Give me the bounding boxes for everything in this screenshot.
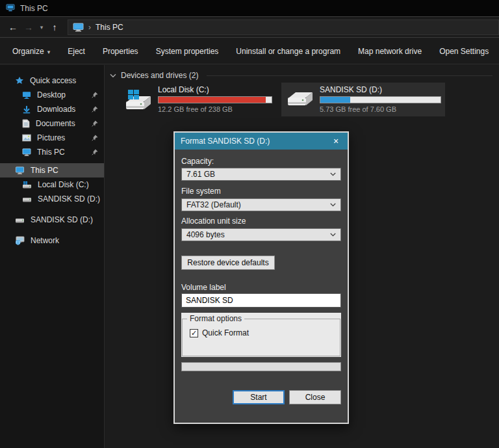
allocation-label: Allocation unit size bbox=[181, 217, 246, 226]
forward-button[interactable]: → bbox=[21, 22, 36, 33]
drive-c-icon bbox=[22, 181, 32, 189]
sidebar-item-local-disk-c[interactable]: Local Disk (C:) bbox=[0, 178, 104, 192]
sidebar-item-pictures[interactable]: Pictures bbox=[0, 131, 104, 145]
format-options-label: Format options bbox=[187, 314, 244, 323]
system-properties-button[interactable]: System properties bbox=[156, 47, 219, 56]
filesystem-label: File system bbox=[181, 187, 221, 196]
drive-free-space: 12.2 GB free of 238 GB bbox=[158, 105, 272, 113]
sidebar-item-desktop[interactable]: Desktop bbox=[0, 88, 104, 102]
chevron-down-icon bbox=[330, 233, 336, 237]
breadcrumb-separator: › bbox=[88, 23, 91, 32]
pin-icon bbox=[92, 106, 98, 112]
monitor-icon bbox=[22, 148, 31, 157]
pin-icon bbox=[92, 92, 98, 98]
sidebar-item-sandisk-sd[interactable]: SANDISK SD (D:) bbox=[0, 213, 104, 227]
drive-free-space: 5.73 GB free of 7.60 GB bbox=[320, 105, 441, 113]
pictures-icon bbox=[22, 134, 31, 142]
close-button[interactable]: Close bbox=[289, 390, 341, 404]
window-title: This PC bbox=[20, 4, 48, 13]
collapse-chevron-icon bbox=[110, 73, 116, 78]
explorer-window: This PC ← → ▾ ↑ › This PC Organize▾ Ejec… bbox=[0, 0, 499, 448]
back-button[interactable]: ← bbox=[5, 22, 21, 33]
pin-icon bbox=[92, 149, 98, 155]
format-dialog: Format SANDISK SD (D:) × Capacity: 7.61 … bbox=[173, 131, 349, 424]
capacity-bar bbox=[320, 96, 441, 103]
drive-name: SANDISK SD (D:) bbox=[320, 85, 441, 94]
checkmark-icon: ✓ bbox=[191, 330, 197, 337]
sidebar-item-documents[interactable]: Documents bbox=[0, 116, 104, 131]
this-pc-icon bbox=[6, 4, 15, 12]
up-button[interactable]: ↑ bbox=[47, 22, 62, 33]
address-bar[interactable]: › This PC bbox=[68, 20, 499, 35]
drive-name: Local Disk (C:) bbox=[158, 85, 272, 94]
sidebar-item-network[interactable]: Network bbox=[0, 233, 104, 248]
start-button[interactable]: Start bbox=[233, 390, 285, 404]
drive-large-icon bbox=[285, 90, 314, 109]
group-divider bbox=[207, 75, 493, 76]
recent-locations-chevron-icon[interactable]: ▾ bbox=[36, 24, 47, 31]
format-dialog-title: Format SANDISK SD (D:) bbox=[181, 137, 270, 146]
properties-button[interactable]: Properties bbox=[103, 47, 138, 56]
devices-group-header[interactable]: Devices and drives (2) bbox=[105, 65, 499, 80]
drive-icon bbox=[22, 195, 32, 204]
volume-label-input[interactable] bbox=[181, 293, 341, 308]
navigation-bar: ← → ▾ ↑ › This PC bbox=[0, 18, 499, 38]
drive-tile-local-disk-c[interactable]: Local Disk (C:) 12.2 GB free of 238 GB bbox=[120, 83, 276, 116]
eject-button[interactable]: Eject bbox=[68, 47, 85, 56]
drive-icon bbox=[15, 216, 25, 224]
format-options-group: Format options ✓ Quick Format bbox=[181, 313, 341, 357]
chevron-down-icon bbox=[330, 203, 336, 207]
star-icon bbox=[15, 76, 24, 85]
capacity-label: Capacity: bbox=[181, 157, 214, 166]
groupbox-frame bbox=[182, 319, 340, 356]
sidebar-item-downloads[interactable]: Downloads bbox=[0, 102, 104, 116]
network-icon bbox=[15, 236, 25, 245]
chevron-down-icon: ▾ bbox=[47, 49, 51, 55]
volume-label-label: Volume label bbox=[181, 283, 226, 292]
navigation-pane: Quick access Desktop Downloads Docume bbox=[0, 65, 105, 448]
drive-tile-sandisk-sd[interactable]: SANDISK SD (D:) 5.73 GB free of 7.60 GB bbox=[281, 83, 445, 116]
drive-c-large-icon bbox=[123, 87, 152, 112]
document-icon bbox=[22, 119, 30, 128]
open-settings-button[interactable]: Open Settings bbox=[439, 47, 489, 56]
quick-format-label: Quick Format bbox=[202, 328, 249, 337]
sidebar-item-this-pc-pinned[interactable]: This PC bbox=[0, 145, 104, 159]
capacity-bar-fill bbox=[320, 97, 350, 103]
restore-defaults-button[interactable]: Restore device defaults bbox=[181, 256, 275, 270]
download-arrow-icon bbox=[22, 105, 31, 114]
uninstall-program-button[interactable]: Uninstall or change a program bbox=[236, 47, 340, 56]
map-network-drive-button[interactable]: Map network drive bbox=[358, 47, 422, 56]
close-icon[interactable]: × bbox=[330, 136, 342, 146]
capacity-bar bbox=[158, 96, 272, 103]
allocation-dropdown[interactable]: 4096 bytes bbox=[181, 228, 341, 241]
quick-format-checkbox[interactable]: ✓ bbox=[190, 329, 198, 337]
pin-icon bbox=[92, 120, 98, 127]
this-pc-location-icon bbox=[73, 23, 84, 32]
sidebar-item-sandisk-sd-child[interactable]: SANDISK SD (D:) bbox=[0, 192, 104, 206]
quick-format-option[interactable]: ✓ Quick Format bbox=[190, 328, 249, 337]
format-progress-bar bbox=[181, 362, 341, 371]
pin-icon bbox=[92, 135, 98, 141]
capacity-bar-fill bbox=[159, 97, 266, 103]
monitor-icon bbox=[15, 166, 25, 175]
filesystem-dropdown[interactable]: FAT32 (Default) bbox=[181, 198, 341, 211]
desktop-icon bbox=[22, 91, 31, 99]
breadcrumb[interactable]: This PC bbox=[96, 23, 123, 32]
format-dialog-titlebar[interactable]: Format SANDISK SD (D:) × bbox=[175, 133, 348, 150]
organize-menu-button[interactable]: Organize▾ bbox=[12, 47, 50, 56]
sidebar-item-this-pc[interactable]: This PC bbox=[0, 163, 104, 178]
chevron-down-icon bbox=[330, 172, 336, 176]
command-toolbar: Organize▾ Eject Properties System proper… bbox=[0, 38, 499, 64]
capacity-dropdown[interactable]: 7.61 GB bbox=[181, 168, 341, 181]
window-titlebar: This PC bbox=[0, 0, 499, 17]
sidebar-item-quick-access[interactable]: Quick access bbox=[0, 73, 104, 88]
